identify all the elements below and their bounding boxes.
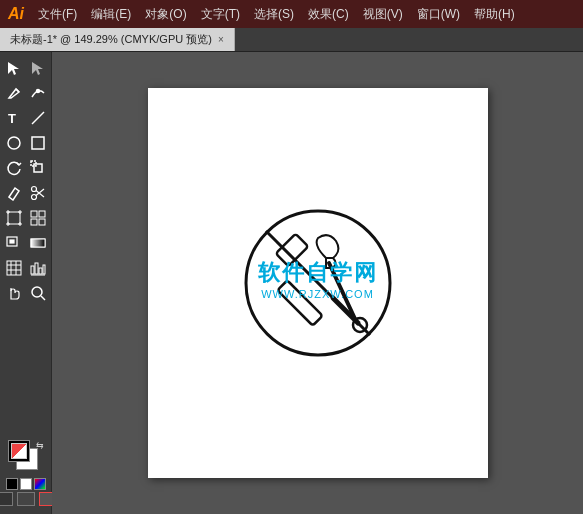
svg-rect-35 (7, 261, 21, 275)
app-logo: Ai (8, 5, 24, 23)
svg-rect-7 (32, 137, 44, 149)
svg-point-6 (8, 137, 20, 149)
svg-rect-37 (35, 263, 38, 274)
tab-bar: 未标题-1* @ 149.29% (CMYK/GPU 预览) × (0, 28, 583, 52)
draw-behind-icon[interactable] (17, 492, 35, 506)
tool-row-erase (3, 182, 49, 204)
tool-row-mesh (3, 257, 49, 279)
curvature-tool[interactable] (27, 82, 49, 104)
svg-point-11 (31, 187, 36, 192)
none-swatch[interactable] (34, 478, 46, 490)
fill-preview (11, 443, 27, 459)
ellipse-tool[interactable] (3, 132, 25, 154)
svg-rect-47 (275, 234, 308, 267)
svg-rect-30 (31, 239, 45, 247)
menu-bar: 文件(F) 编辑(E) 对象(O) 文字(T) 选择(S) 效果(C) 视图(V… (32, 4, 521, 25)
svg-line-5 (32, 112, 44, 124)
white-swatch[interactable] (20, 478, 32, 490)
svg-rect-36 (31, 266, 34, 274)
svg-marker-1 (32, 62, 43, 75)
tool-row-select (3, 57, 49, 79)
line-tool[interactable] (27, 107, 49, 129)
document-canvas: 软件自学网 WWW.RJZXW.COM (148, 88, 488, 478)
black-swatch[interactable] (6, 478, 18, 490)
svg-line-13 (36, 191, 44, 198)
svg-point-42 (32, 287, 42, 297)
paint-bucket-tool[interactable] (3, 232, 25, 254)
artboard-tool[interactable] (3, 207, 25, 229)
rotate-tool[interactable] (3, 157, 25, 179)
tab-label: 未标题-1* @ 149.29% (CMYK/GPU 预览) (10, 32, 212, 47)
tab-close-button[interactable]: × (218, 34, 224, 45)
menu-edit[interactable]: 编辑(E) (85, 4, 137, 25)
main-icon-svg (238, 203, 398, 363)
mesh-tool[interactable] (3, 257, 25, 279)
svg-marker-0 (8, 62, 19, 75)
svg-rect-8 (34, 164, 42, 172)
type-tool[interactable]: T (3, 107, 25, 129)
tool-row-transform (3, 157, 49, 179)
svg-rect-28 (10, 240, 14, 243)
menu-text[interactable]: 文字(T) (195, 4, 246, 25)
menu-select[interactable]: 选择(S) (248, 4, 300, 25)
svg-rect-39 (43, 265, 45, 274)
svg-rect-14 (8, 212, 20, 224)
svg-rect-38 (39, 268, 42, 274)
menu-effect[interactable]: 效果(C) (302, 4, 355, 25)
zoom-tool[interactable] (27, 282, 49, 304)
toolbox: T (0, 52, 52, 514)
tool-row-paint (3, 232, 49, 254)
menu-file[interactable]: 文件(F) (32, 4, 83, 25)
gradient-tool[interactable] (27, 232, 49, 254)
hand-tool[interactable] (3, 282, 25, 304)
color-swatches: ⇆ (8, 440, 44, 476)
svg-line-12 (36, 189, 44, 196)
svg-point-10 (31, 195, 36, 200)
direct-selection-tool[interactable] (27, 57, 49, 79)
normal-mode-icon[interactable] (0, 492, 13, 506)
tool-row-pen (3, 82, 49, 104)
pen-tool[interactable] (3, 82, 25, 104)
svg-rect-24 (39, 211, 45, 217)
graph-tool[interactable] (27, 257, 49, 279)
selection-tool[interactable] (3, 57, 25, 79)
svg-text:T: T (8, 111, 16, 126)
main-layout: T (0, 52, 583, 514)
slice-tool[interactable] (27, 207, 49, 229)
swap-colors-icon[interactable]: ⇆ (36, 440, 44, 450)
svg-rect-25 (31, 219, 37, 225)
svg-rect-26 (39, 219, 45, 225)
canvas-area: 软件自学网 WWW.RJZXW.COM (52, 52, 583, 514)
tool-row-type: T (3, 107, 49, 129)
title-bar: Ai 文件(F) 编辑(E) 对象(O) 文字(T) 选择(S) 效果(C) 视… (0, 0, 583, 28)
rectangle-tool[interactable] (27, 132, 49, 154)
tool-row-view (3, 282, 49, 304)
tool-row-artboard (3, 207, 49, 229)
menu-window[interactable]: 窗口(W) (411, 4, 466, 25)
svg-line-43 (41, 296, 45, 300)
menu-object[interactable]: 对象(O) (139, 4, 192, 25)
svg-point-3 (36, 90, 39, 93)
eraser-tool[interactable] (3, 182, 25, 204)
svg-rect-46 (277, 280, 322, 325)
svg-rect-23 (31, 211, 37, 217)
menu-view[interactable]: 视图(V) (357, 4, 409, 25)
menu-help[interactable]: 帮助(H) (468, 4, 521, 25)
foreground-color-swatch[interactable] (8, 440, 30, 462)
scissors-tool[interactable] (27, 182, 49, 204)
svg-line-2 (16, 89, 19, 92)
document-tab[interactable]: 未标题-1* @ 149.29% (CMYK/GPU 预览) × (0, 28, 235, 51)
draw-mode-icons (0, 492, 57, 506)
scale-tool[interactable] (27, 157, 49, 179)
tool-row-shape (3, 132, 49, 154)
svg-line-48 (329, 263, 356, 321)
mini-color-swatches (6, 478, 46, 490)
